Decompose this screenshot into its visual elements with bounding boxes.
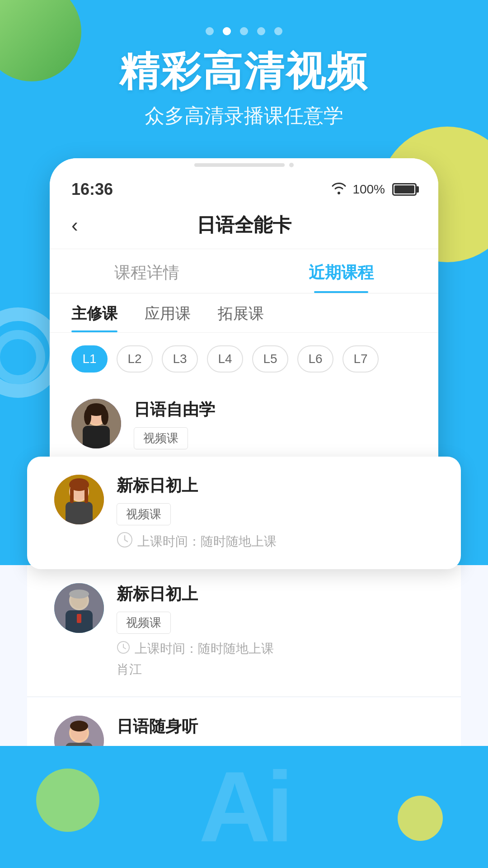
svg-rect-12 xyxy=(66,502,93,524)
sub-tab-main[interactable]: 主修课 xyxy=(71,293,117,332)
header-section: 精彩高清视频 众多高清录播课任意学 xyxy=(0,50,488,129)
dot-2[interactable] xyxy=(223,27,231,35)
battery-icon xyxy=(392,183,417,196)
svg-rect-15 xyxy=(70,487,74,503)
floating-clock-icon xyxy=(117,532,133,551)
tab-recent-courses[interactable]: 近期课程 xyxy=(244,249,438,293)
svg-point-5 xyxy=(84,409,91,425)
level-pills: L1 L2 L3 L4 L5 L6 L7 xyxy=(50,333,438,385)
nav-title: 日语全能卡 xyxy=(99,212,389,238)
teacher-name-1: 肖江 xyxy=(117,661,434,678)
below-course-badge-1: 视频课 xyxy=(117,612,171,634)
svg-point-24 xyxy=(69,590,89,599)
page-sub-title: 众多高清录播课任意学 xyxy=(27,103,461,129)
bottom-circle-left xyxy=(36,769,99,832)
below-course-info-1: 新标日初上 视频课 上课时间：随时随地上课 肖江 xyxy=(117,583,434,678)
svg-rect-25 xyxy=(77,614,81,623)
avatar-3 xyxy=(54,583,104,633)
pagination-dots xyxy=(206,27,282,35)
ai-text: Ai xyxy=(199,750,289,864)
level-l6[interactable]: L6 xyxy=(297,345,333,373)
level-l4[interactable]: L4 xyxy=(207,345,243,373)
back-button[interactable]: ‹ xyxy=(71,214,99,236)
level-l3[interactable]: L3 xyxy=(162,345,198,373)
battery-percent: 100% xyxy=(352,182,385,197)
below-course-name-2: 日语随身听 xyxy=(117,716,434,738)
below-course-item-1[interactable]: 新标日初上 视频课 上课时间：随时随地上课 肖江 xyxy=(27,565,461,697)
dot-4[interactable] xyxy=(257,27,265,35)
below-clock-icon-1 xyxy=(117,641,130,657)
notch-dot xyxy=(289,163,294,167)
avatar-2 xyxy=(54,475,104,524)
main-tabs: 课程详情 近期课程 xyxy=(50,249,438,293)
tab-course-detail[interactable]: 课程详情 xyxy=(50,249,244,293)
level-l1[interactable]: L1 xyxy=(71,345,108,373)
floating-course-time: 上课时间：随时随地上课 xyxy=(117,532,434,551)
below-course-name-1: 新标日初上 xyxy=(117,583,434,605)
sub-tabs: 主修课 应用课 拓展课 xyxy=(50,293,438,333)
svg-line-19 xyxy=(125,540,127,542)
phone-notch xyxy=(50,158,438,172)
phone-mockup: 16:36 100% ‹ 日语全能卡 课程详情 近期课程 xyxy=(50,158,438,487)
svg-line-28 xyxy=(123,647,126,649)
bottom-circle-right xyxy=(398,796,443,841)
phone-course-name: 日语自由学 xyxy=(134,399,417,421)
floating-course-badge: 视频课 xyxy=(117,503,171,525)
svg-rect-2 xyxy=(83,426,110,448)
level-l7[interactable]: L7 xyxy=(343,345,379,373)
status-bar: 16:36 100% xyxy=(50,172,438,203)
floating-course-name: 新标日初上 xyxy=(117,475,434,497)
svg-point-6 xyxy=(101,409,108,425)
svg-rect-16 xyxy=(84,487,88,503)
notch-line xyxy=(194,163,285,167)
dot-3[interactable] xyxy=(240,27,248,35)
phone-course-badge: 视频课 xyxy=(134,427,188,449)
level-l2[interactable]: L2 xyxy=(117,345,153,373)
avatar-1 xyxy=(71,399,121,448)
floating-course-card[interactable]: 新标日初上 视频课 上课时间：随时随地上课 xyxy=(27,457,461,569)
bottom-section: Ai xyxy=(0,746,488,868)
nav-bar: ‹ 日语全能卡 xyxy=(50,203,438,249)
below-course-time-1: 上课时间：随时随地上课 xyxy=(117,640,434,657)
dot-5[interactable] xyxy=(274,27,282,35)
below-course-info-2: 日语随身听 xyxy=(117,716,434,744)
svg-point-33 xyxy=(70,721,88,731)
status-time: 16:36 xyxy=(71,180,113,199)
sub-tab-applied[interactable]: 应用课 xyxy=(145,293,191,332)
wifi-icon xyxy=(331,182,347,198)
sub-tab-extension[interactable]: 拓展课 xyxy=(218,293,264,332)
dot-1[interactable] xyxy=(206,27,214,35)
floating-course-info: 新标日初上 视频课 上课时间：随时随地上课 xyxy=(117,475,434,551)
page-main-title: 精彩高清视频 xyxy=(27,50,461,94)
status-icons: 100% xyxy=(331,182,417,198)
level-l5[interactable]: L5 xyxy=(252,345,288,373)
